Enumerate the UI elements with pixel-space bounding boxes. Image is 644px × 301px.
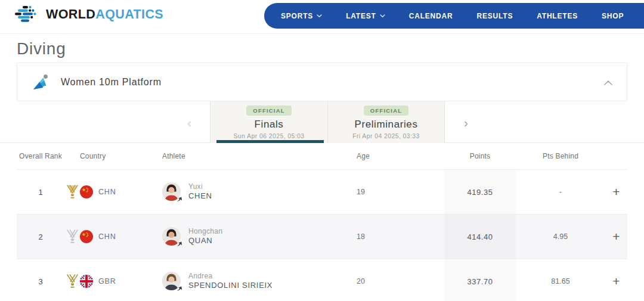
column-athlete: Athlete [157,152,352,160]
pts-behind-value: - [516,188,605,196]
event-title: Women 10m Platform [61,77,162,88]
expand-row-button[interactable]: + [605,274,627,288]
chevron-down-icon [380,14,385,18]
pts-behind-value: 81.65 [516,277,605,286]
country-code: GBR [98,277,116,286]
session-tab-finals[interactable]: OFFICIAL Finals Sun Apr 06 2025, 05:03 [210,101,327,143]
official-badge: OFFICIAL [364,105,408,116]
results-table-header: Overall Rank Country Athlete Age Points … [17,143,627,169]
chevron-right-icon[interactable]: › [462,113,470,131]
diver-icon [30,73,51,92]
athlete-last-name: QUAN [188,236,222,246]
brand-wordmark: WORLDAQUATICS [46,7,163,22]
rank-value: 1 [17,188,64,197]
athlete-last-name: SPENDOLINI SIRIEIX [188,281,273,291]
nav-item-results[interactable]: RESULTS [476,12,513,20]
column-overall-rank: Overall Rank [17,152,64,160]
gold-medal-icon [66,185,79,200]
gbr-flag-icon [80,275,93,288]
session-tab-label: Preliminaries [354,119,417,131]
athlete-last-name: CHEN [188,191,212,201]
nav-item-calendar[interactable]: CALENDAR [409,12,453,20]
athlete-first-name: Hongchan [188,227,222,237]
result-row: 2 CHN [17,214,627,259]
expand-photo-icon [177,286,182,291]
nav-item-latest[interactable]: LATEST [346,12,385,20]
column-country: Country [80,152,157,160]
expand-row-button[interactable]: + [605,229,627,244]
nav-item-shop[interactable]: SHOP [602,12,624,20]
event-card: Women 10m Platform [17,63,627,101]
athlete-avatar[interactable] [162,182,181,201]
expand-row-button[interactable]: + [605,185,627,199]
age-value: 19 [352,188,444,196]
session-tab-date: Fri Apr 04 2025, 03:33 [352,132,420,139]
expand-photo-icon [177,241,182,247]
column-age: Age [352,152,444,160]
athlete-first-name: Yuxi [188,182,212,192]
athlete-avatar[interactable] [162,272,181,290]
brand-aquatics-text: AQUATICS [95,7,163,21]
country-code: CHN [98,188,116,196]
world-aquatics-logo-icon [14,5,39,23]
session-tab-date: Sun Apr 06 2025, 05:03 [233,132,304,139]
chn-flag-icon [80,185,93,198]
rank-value: 3 [17,277,64,286]
page-title: Diving [17,39,644,58]
session-tab-preliminaries[interactable]: OFFICIAL Preliminaries Fri Apr 04 2025, … [327,101,445,143]
main-nav: SPORTS LATEST CALENDAR RESULTS ATHLETES … [264,3,644,29]
results-table-body: 1 CHN [17,169,627,301]
country-code: CHN [98,232,116,241]
rank-value: 2 [17,232,64,241]
athlete-avatar[interactable] [162,227,181,246]
nav-item-athletes[interactable]: ATHLETES [537,12,578,20]
expand-photo-icon [177,196,182,202]
age-value: 20 [352,277,444,286]
result-row: 1 CHN [17,169,627,214]
brand-world-text: WORLD [46,7,95,21]
collapse-button[interactable] [602,75,615,90]
age-value: 18 [352,232,444,241]
top-bar: WORLDAQUATICS SPORTS LATEST CALENDAR RES… [0,0,644,34]
result-row: 3 [17,259,627,301]
results-table: Overall Rank Country Athlete Age Points … [17,143,627,301]
pts-behind-value: 4.95 [516,232,605,241]
column-pts-behind: Pts Behind [516,152,605,160]
official-badge: OFFICIAL [246,105,291,116]
athlete-first-name: Andrea [188,272,273,281]
points-value: 337.70 [444,259,516,301]
points-value: 419.35 [444,170,516,214]
points-value: 414.40 [444,215,516,259]
nav-item-sports[interactable]: SPORTS [281,12,322,20]
chevron-left-icon[interactable]: ‹ [185,113,194,131]
world-aquatics-logo[interactable]: WORLDAQUATICS [14,5,163,23]
chn-flag-icon [80,230,93,243]
session-tab-label: Finals [255,119,284,131]
silver-medal-icon [66,229,79,244]
session-tab-strip: ‹ OFFICIAL Finals Sun Apr 06 2025, 05:03… [0,101,644,143]
bronze-medal-icon [66,274,79,289]
chevron-down-icon [317,14,322,18]
column-points: Points [444,152,516,160]
session-tabs: OFFICIAL Finals Sun Apr 06 2025, 05:03 O… [210,101,445,143]
chevron-up-icon [604,80,612,85]
